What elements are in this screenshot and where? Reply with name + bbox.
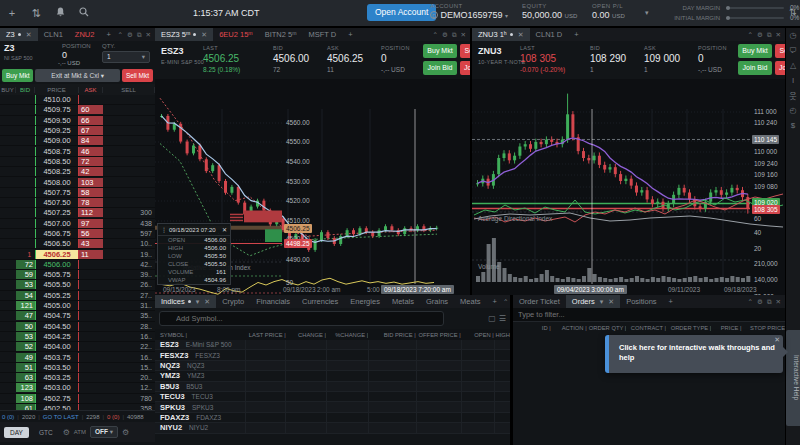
close-icon[interactable]: ✕ (518, 31, 524, 39)
watchlist-col-symbol[interactable]: SYMBOL | (155, 332, 245, 338)
join-ask-button[interactable]: Join Ask (460, 61, 470, 75)
watchlist-tab-crypto[interactable]: Crypto (216, 295, 250, 308)
ladder-bid-cell[interactable]: 52 (16, 342, 35, 351)
ladder-bid-cell[interactable]: 1 (16, 250, 35, 259)
list-view-icon[interactable]: ☰ (499, 314, 506, 323)
ladder-price-cell[interactable]: 4508.00 (35, 178, 79, 187)
add-icon[interactable]: + (0, 7, 24, 19)
collapse-icon[interactable]: ⌃ (748, 31, 753, 39)
ladder-ask-cell[interactable]: 67 (79, 126, 103, 135)
ladder-price-cell[interactable]: 4505.75 (35, 270, 79, 279)
ladder-ask-cell[interactable]: 56 (79, 229, 103, 238)
close-icon[interactable]: ✕ (222, 226, 227, 233)
chart1-tab--[interactable]: + (342, 28, 358, 41)
chevron-down-icon[interactable]: ▾ (600, 298, 604, 306)
ladder-price-cell[interactable]: 4502.75 (35, 394, 79, 403)
orders-tab-positions[interactable]: Positions (620, 295, 662, 308)
ladder-bid-cell[interactable]: 123 (16, 383, 35, 392)
ladder-bid-cell[interactable]: 59 (16, 270, 35, 279)
sell-mkt-button[interactable]: Sell Mkt (122, 69, 153, 82)
ladder-bid-cell[interactable]: 54 (16, 291, 35, 300)
ladder-bid-cell[interactable]: 53 (16, 332, 35, 341)
popout-icon[interactable]: ⧉ (137, 31, 142, 39)
buy-mkt-button[interactable]: Buy Mkt (2, 69, 33, 82)
help-tooltip[interactable]: ✕ Click here for interactive walk throug… (605, 335, 783, 373)
join-ask-button[interactable]: Join Ask (775, 61, 785, 75)
join-bid-button[interactable]: Join Bid (423, 61, 457, 75)
dom-tab-cln1[interactable]: CLN1 (38, 28, 69, 41)
ladder-bid-cell[interactable]: 121 (16, 301, 35, 310)
close-icon[interactable]: ✕ (146, 31, 151, 39)
ladder-bid-cell[interactable]: 51 (16, 363, 35, 372)
ladder-price-cell[interactable]: 4504.00 (35, 342, 79, 351)
clock-tool-icon[interactable]: ◷ (786, 28, 800, 43)
search-icon[interactable] (72, 7, 96, 19)
watchlist-row-tecu3[interactable]: TECU3TECU3 (155, 392, 510, 402)
sell-mkt-button[interactable]: Sell Mkt (775, 44, 785, 58)
ladder-bid-cell[interactable]: 61 (16, 404, 35, 410)
close-icon[interactable]: ✕ (774, 336, 780, 344)
exit-at-mkt-button[interactable]: Exit at Mkt & Cxl ▾ (35, 69, 119, 82)
ladder-bid-cell[interactable]: 49 (16, 353, 35, 362)
watchlist-col-bidprice[interactable]: BID PRICE | (368, 332, 416, 338)
history-clock-icon[interactable]: ◴ (786, 103, 800, 118)
ladder-price-cell[interactable]: 4504.50 (35, 322, 79, 331)
buy-mkt-button[interactable]: Buy Mkt (423, 44, 457, 58)
gear-icon[interactable]: ⚙ (757, 298, 763, 306)
watchlist-tab-energies[interactable]: Energies (344, 295, 386, 308)
watchlist-row-nqz3[interactable]: NQZ3NQZ3 (155, 361, 510, 371)
ladder-ask-cell[interactable]: 66 (79, 116, 103, 125)
collapse-icon[interactable]: ⌃ (118, 31, 123, 39)
dom-tab--[interactable]: + (100, 28, 116, 41)
ladder-price-cell[interactable]: 4508.50 (35, 157, 79, 166)
ladder-ask-cell[interactable]: 42 (79, 167, 103, 176)
watchlist-row-esz3[interactable]: ESZ3E-Mini S&P 500 (155, 340, 510, 350)
ladder-bid-cell[interactable]: 63 (16, 373, 35, 382)
transfer-arrows-icon[interactable]: ⇅ (24, 7, 48, 20)
watchlist-row-fdaxz3[interactable]: FDAXZ3FDAXZ3 (155, 413, 510, 423)
grid-view-icon[interactable]: ▢ (488, 314, 496, 323)
watchlist-row-fesxz3[interactable]: FESXZ3FESXZ3 (155, 350, 510, 360)
chart1-tab-esz3-5-[interactable]: ESZ3 5ᵐ✕ (155, 28, 213, 41)
znu3-chart[interactable]: 111 000110 240110 080110 000109 240109 1… (472, 79, 785, 295)
open-account-button[interactable]: Open Account (367, 4, 436, 21)
ohlc-tooltip[interactable]: ⋮09/18/2023 07:20✕OPEN4506.00HIGH4506.00… (157, 223, 231, 285)
dom-tab-z3[interactable]: Z3✕ (0, 28, 38, 41)
chat-bubble-icon[interactable]: 🗩 (786, 43, 800, 58)
chart1-tab-msft-d[interactable]: MSFT D (302, 28, 342, 41)
ladder-ask-cell[interactable]: 58 (79, 188, 103, 197)
chart2-tab--[interactable]: + (568, 28, 584, 41)
buy-mkt-button[interactable]: Buy Mkt (738, 44, 772, 58)
orders-tab-orders[interactable]: Orders▾✕ (566, 295, 620, 308)
popout-icon[interactable]: ⧉ (767, 31, 772, 39)
ladder-bid-cell[interactable]: 47 (16, 311, 35, 320)
watchlist-col-offerprice[interactable]: OFFER PRICE | (416, 332, 461, 338)
ladder-price-cell[interactable]: 4505.00 (35, 301, 79, 310)
ladder-bid-cell[interactable]: 108 (16, 394, 35, 403)
watchlist-tab-financials[interactable]: Financials (250, 295, 296, 308)
join-bid-button[interactable]: Join Bid (738, 61, 772, 75)
ladder-bid-cell[interactable]: 72 (16, 260, 35, 269)
watchlist-col-high[interactable]: HIGH (494, 332, 510, 338)
ladder-price-cell[interactable]: 4505.25 (35, 291, 79, 300)
orders-col-contract[interactable]: CONTRACT | (626, 325, 666, 331)
dom-tab-znu2[interactable]: ZNU2 (69, 28, 101, 41)
ladder-ask-cell[interactable]: 84 (79, 136, 103, 145)
gear-icon[interactable]: ⚙ (122, 428, 129, 437)
sell-mkt-button[interactable]: Sell Mkt (460, 44, 470, 58)
text-tool-icon[interactable]: I (786, 73, 800, 88)
watchlist-tab-grains[interactable]: Grains (420, 295, 454, 308)
ladder-price-cell[interactable]: 4506.00 (35, 260, 79, 269)
close-icon[interactable]: ✕ (26, 31, 32, 39)
watchlist-tab-meats[interactable]: Meats (454, 295, 486, 308)
ladder-price-cell[interactable]: 4509.75 (35, 105, 79, 114)
ladder-price-cell[interactable]: 4509.25 (35, 126, 79, 135)
ladder-price-cell[interactable]: 4507.75 (35, 188, 79, 197)
watchlist-col-change[interactable]: CHANGE | (286, 332, 326, 338)
watchlist-row-spku3[interactable]: SPKU3SPKU3 (155, 402, 510, 412)
atm-select[interactable]: OFF ▾ (90, 426, 118, 438)
collapse-icon[interactable]: ⌃ (503, 298, 508, 306)
ladder-bid-cell[interactable]: 53 (16, 280, 35, 289)
ladder-ask-cell[interactable]: 46 (79, 147, 103, 156)
ladder-price-cell[interactable]: 4506.75 (35, 229, 79, 238)
